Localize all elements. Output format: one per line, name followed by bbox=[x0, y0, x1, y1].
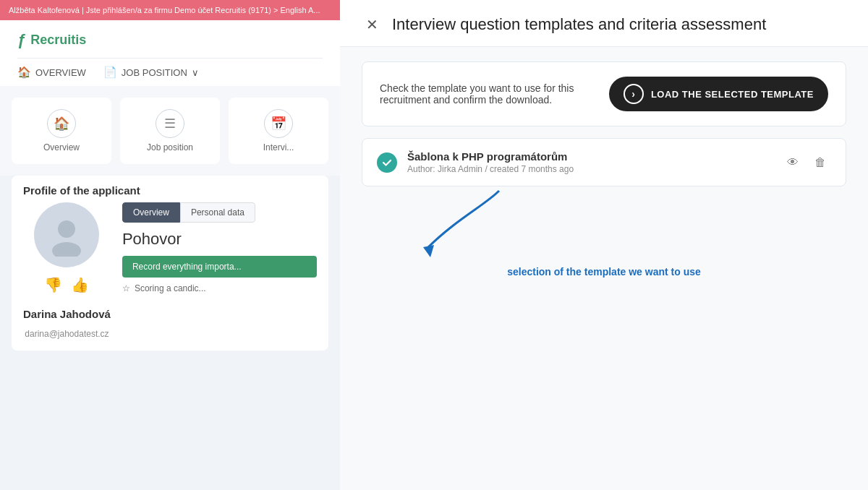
overview-card-icon: 🏠 bbox=[47, 109, 76, 138]
scoring-row[interactable]: ☆ Scoring a candic... bbox=[122, 283, 317, 293]
profile-section: Profile of the applicant 👎 👍 Darina Jaho… bbox=[12, 176, 328, 351]
doc-icon: 📄 bbox=[103, 66, 117, 79]
load-btn-label: LOAD THE SELECTED TEMPLATE bbox=[651, 89, 814, 100]
thumbs-down-icon[interactable]: 👎 bbox=[44, 276, 62, 293]
modal-body: Check the template you want to use for t… bbox=[340, 47, 868, 490]
trash-icon: 🗑 bbox=[814, 156, 826, 169]
eye-icon: 👁 bbox=[787, 156, 799, 169]
info-card: Check the template you want to use for t… bbox=[362, 61, 846, 126]
svg-point-1 bbox=[52, 242, 81, 257]
scoring-label: Scoring a candic... bbox=[135, 283, 206, 293]
thumbs-area: 👎 👍 bbox=[44, 276, 89, 293]
home-icon: 🏠 bbox=[17, 66, 31, 79]
tab-overview[interactable]: Overview bbox=[122, 202, 180, 223]
star-icon: ☆ bbox=[122, 283, 130, 293]
card-job-position[interactable]: ☰ Job position bbox=[120, 98, 220, 164]
job-card-icon: ☰ bbox=[156, 109, 184, 138]
profile-body: 👎 👍 Darina Jahodová darina@jahodatest.cz… bbox=[12, 202, 328, 351]
delete-button[interactable]: 🗑 bbox=[809, 152, 831, 173]
card-overview-label: Overview bbox=[43, 142, 80, 152]
thumbs-up-icon[interactable]: 👍 bbox=[71, 276, 89, 293]
card-overview[interactable]: 🏠 Overview bbox=[12, 98, 111, 164]
card-job-label: Job position bbox=[147, 142, 193, 152]
chevron-down-icon: ∨ bbox=[192, 67, 199, 78]
profile-tabs: Overview Personal data bbox=[122, 202, 317, 223]
preview-button[interactable]: 👁 bbox=[782, 152, 804, 173]
modal-panel: ✕ Interview question templates and crite… bbox=[340, 0, 868, 490]
card-interview-label: Intervi... bbox=[263, 142, 294, 152]
record-btn-label: Record everything importa... bbox=[132, 262, 242, 272]
template-actions: 👁 🗑 bbox=[782, 152, 831, 173]
annotation-text: selection of the template we want to use bbox=[507, 266, 701, 278]
avatar-area: 👎 👍 Darina Jahodová darina@jahodatest.cz bbox=[23, 202, 111, 339]
checkmark-icon bbox=[381, 157, 393, 168]
logo-area: ƒ Recruitis 🏠 OVERVIEW 📄 JOB POSITION ∨ bbox=[0, 20, 340, 86]
avatar bbox=[34, 202, 99, 267]
record-button[interactable]: Record everything importa... bbox=[122, 256, 317, 278]
card-interview[interactable]: 📅 Intervi... bbox=[229, 98, 328, 164]
template-name: Šablona k PHP programátorům bbox=[407, 150, 772, 163]
interview-title: Pohovor bbox=[122, 230, 317, 249]
profile-title: Profile of the applicant bbox=[12, 176, 328, 202]
template-card: Šablona k PHP programátorům Author: Jirk… bbox=[362, 138, 846, 186]
tab-personal-data[interactable]: Personal data bbox=[180, 202, 255, 223]
person-email: darina@jahodatest.cz bbox=[25, 329, 109, 339]
modal-title: Interview question templates and criteri… bbox=[392, 15, 766, 34]
load-template-button[interactable]: › LOAD THE SELECTED TEMPLATE bbox=[609, 77, 828, 111]
svg-marker-2 bbox=[423, 245, 434, 257]
modal-header: ✕ Interview question templates and crite… bbox=[340, 0, 868, 47]
svg-point-0 bbox=[58, 220, 75, 238]
close-button[interactable]: ✕ bbox=[362, 14, 382, 35]
template-checkbox[interactable] bbox=[377, 152, 397, 173]
nav-bar: 🏠 OVERVIEW 📄 JOB POSITION ∨ bbox=[17, 58, 323, 86]
arrow-annotation-svg bbox=[383, 184, 528, 278]
person-name: Darina Jahodová bbox=[23, 308, 111, 320]
nav-job-label: JOB POSITION bbox=[122, 67, 187, 78]
annotation-area: selection of the template we want to use bbox=[362, 198, 846, 285]
logo-icon: ƒ bbox=[17, 30, 26, 49]
logo: ƒ Recruitis bbox=[17, 30, 323, 49]
nav-job-position[interactable]: 📄 JOB POSITION ∨ bbox=[103, 66, 199, 79]
info-text: Check the template you want to use for t… bbox=[380, 82, 595, 106]
close-icon: ✕ bbox=[366, 16, 378, 33]
nav-overview[interactable]: 🏠 OVERVIEW bbox=[17, 66, 86, 79]
template-info: Šablona k PHP programátorům Author: Jirk… bbox=[407, 150, 772, 174]
top-bar-text: Alžběta Kaltofenová | Jste přihlášen/a z… bbox=[9, 6, 320, 14]
cards-row: 🏠 Overview ☰ Job position 📅 Intervi... bbox=[0, 86, 340, 176]
interview-card-icon: 📅 bbox=[264, 109, 293, 138]
arrow-circle-icon: › bbox=[624, 84, 644, 104]
nav-overview-label: OVERVIEW bbox=[35, 67, 86, 78]
name-area: Overview Personal data Pohovor Record ev… bbox=[122, 202, 317, 339]
top-bar: Alžběta Kaltofenová | Jste přihlášen/a z… bbox=[0, 0, 340, 20]
template-meta: Author: Jirka Admin / created 7 months a… bbox=[407, 164, 772, 174]
background-app: Alžběta Kaltofenová | Jste přihlášen/a z… bbox=[0, 0, 340, 490]
logo-text: Recruitis bbox=[30, 33, 86, 48]
